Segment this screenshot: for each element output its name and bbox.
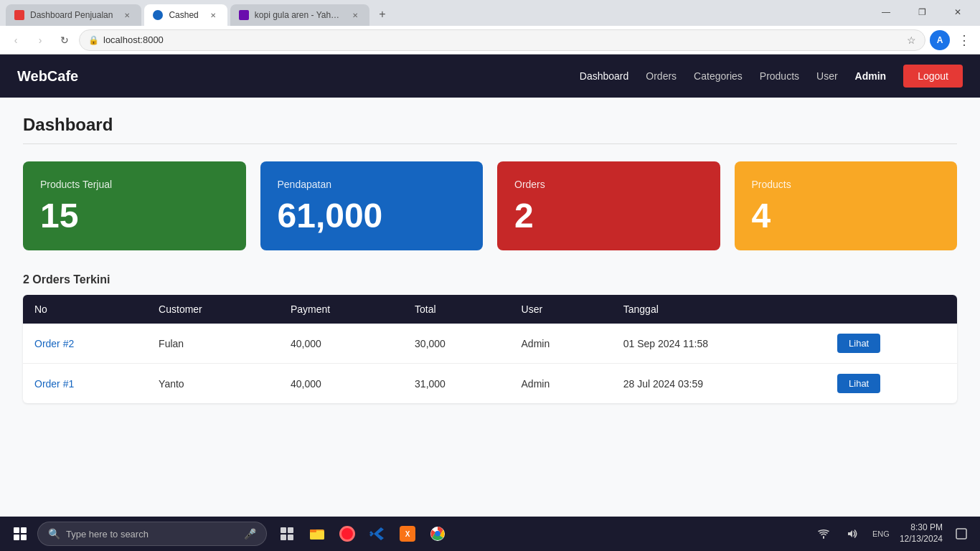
- volume-icon[interactable]: [839, 521, 865, 547]
- th-customer: Customer: [147, 295, 279, 324]
- taskview-button[interactable]: [273, 519, 301, 548]
- speaker-icon: [847, 528, 858, 540]
- stat-label-1: Pendapatan: [278, 179, 466, 190]
- language-text: ENG: [872, 529, 890, 538]
- logout-button[interactable]: Logout: [903, 65, 963, 88]
- stat-card-products-terjual: Products Terjual 15: [23, 161, 246, 250]
- chrome-icon: [430, 526, 446, 542]
- tab3-favicon: [239, 10, 249, 20]
- th-action: [826, 295, 957, 324]
- forward-button[interactable]: ›: [30, 30, 50, 50]
- vscode-icon: [369, 526, 385, 542]
- tab1-close[interactable]: ✕: [121, 9, 133, 21]
- taskview-icon: [280, 527, 294, 541]
- navbar: WebCafe Dashboard Orders Categories Prod…: [0, 55, 980, 98]
- close-button[interactable]: ✕: [941, 1, 974, 24]
- tab2-close[interactable]: ✕: [207, 9, 219, 21]
- stat-card-orders: Orders 2: [497, 161, 720, 250]
- tab3-title: kopi gula aren - Yahoo Image S: [255, 10, 341, 20]
- page-title: Dashboard: [23, 115, 957, 144]
- row1-total: 30,000: [403, 324, 509, 364]
- row2-tanggal: 28 Jul 2024 03:59: [612, 364, 826, 404]
- row1-user: Admin: [510, 324, 612, 364]
- date-display: 12/13/2024: [900, 534, 943, 545]
- row2-action: Lihat: [826, 364, 957, 404]
- row2-payment: 40,000: [279, 364, 403, 404]
- taskbar-right: ENG 8:30 PM 12/13/2024: [811, 521, 974, 547]
- stat-label-2: Orders: [514, 179, 703, 190]
- tab2-favicon: [153, 10, 163, 20]
- browser-toolbar: ‹ › ↻ 🔒 localhost:8000 ☆ A ⋮: [0, 26, 980, 55]
- opera-button[interactable]: [333, 519, 362, 548]
- order2-link[interactable]: Order #2: [34, 338, 74, 349]
- th-payment: Payment: [279, 295, 403, 324]
- nav-dashboard[interactable]: Dashboard: [580, 70, 629, 82]
- lihat-button-1[interactable]: Lihat: [837, 334, 880, 353]
- taskbar-search-bar[interactable]: 🔍 Type here to search 🎤: [37, 522, 267, 546]
- tab1-favicon: [14, 10, 24, 20]
- orders-table: No Customer Payment Total User Tanggal O…: [23, 295, 957, 403]
- th-no: No: [23, 295, 147, 324]
- microphone-icon[interactable]: 🎤: [244, 528, 256, 540]
- row2-total: 31,000: [403, 364, 509, 404]
- svg-rect-6: [310, 529, 316, 532]
- tab-dashboard-penjualan[interactable]: Dashboard Penjualan ✕: [6, 4, 141, 26]
- tab-cashed[interactable]: Cashed ✕: [144, 4, 227, 26]
- file-explorer-icon: [309, 527, 325, 541]
- new-tab-button[interactable]: +: [372, 4, 392, 24]
- nav-orders[interactable]: Orders: [646, 70, 677, 82]
- stat-value-3: 4: [752, 199, 941, 233]
- address-bar[interactable]: 🔒 localhost:8000 ☆: [79, 29, 925, 51]
- chrome-button[interactable]: [423, 519, 452, 548]
- xampp-icon: X: [400, 526, 415, 542]
- table-header-row: No Customer Payment Total User Tanggal: [23, 295, 957, 324]
- svg-rect-3: [288, 534, 293, 540]
- vscode-button[interactable]: [363, 519, 392, 548]
- nav-admin-label: Admin: [855, 70, 887, 82]
- row2-customer: Yanto: [147, 364, 279, 404]
- nav-user[interactable]: User: [816, 70, 838, 82]
- refresh-button[interactable]: ↻: [55, 30, 75, 50]
- minimize-button[interactable]: —: [870, 1, 903, 24]
- nav-products[interactable]: Products: [760, 70, 799, 82]
- bookmark-icon[interactable]: ☆: [907, 34, 916, 46]
- svg-rect-10: [956, 529, 966, 539]
- tab-yahoo[interactable]: kopi gula aren - Yahoo Image S ✕: [230, 4, 369, 26]
- start-button[interactable]: [6, 519, 34, 548]
- browser-chrome: Dashboard Penjualan ✕ Cashed ✕ kopi gula…: [0, 0, 980, 55]
- row1-customer: Fulan: [147, 324, 279, 364]
- main-content: Dashboard Products Terjual 15 Pendapatan…: [0, 98, 980, 420]
- navbar-links: Dashboard Orders Categories Products Use…: [580, 65, 963, 88]
- back-button[interactable]: ‹: [6, 30, 26, 50]
- row1-action: Lihat: [826, 324, 957, 364]
- browser-menu-button[interactable]: ⋮: [954, 30, 974, 50]
- opera-icon: [339, 526, 355, 542]
- language-indicator[interactable]: ENG: [868, 521, 894, 547]
- taskbar-clock[interactable]: 8:30 PM 12/13/2024: [900, 522, 943, 545]
- order1-link[interactable]: Order #1: [34, 378, 74, 390]
- browser-titlebar: Dashboard Penjualan ✕ Cashed ✕ kopi gula…: [0, 0, 980, 26]
- tab3-close[interactable]: ✕: [349, 9, 361, 21]
- maximize-button[interactable]: ❐: [905, 1, 938, 24]
- table-row: Order #2 Fulan 40,000 30,000 Admin 01 Se…: [23, 324, 957, 364]
- stat-label-0: Products Terjual: [40, 179, 229, 190]
- nav-categories[interactable]: Categories: [694, 70, 743, 82]
- svg-rect-0: [281, 527, 286, 533]
- th-total: Total: [403, 295, 509, 324]
- notification-center-button[interactable]: [948, 521, 974, 547]
- file-explorer-button[interactable]: [303, 519, 331, 548]
- row1-tanggal: 01 Sep 2024 11:58: [612, 324, 826, 364]
- stat-value-0: 15: [40, 199, 229, 233]
- stat-value-1: 61,000: [278, 199, 466, 233]
- url-text: localhost:8000: [103, 34, 164, 45]
- network-icon[interactable]: [811, 521, 837, 547]
- tab2-title: Cashed: [169, 10, 198, 20]
- time-display: 8:30 PM: [900, 522, 943, 534]
- search-placeholder-text: Type here to search: [66, 529, 149, 540]
- row2-user: Admin: [510, 364, 612, 404]
- profile-button[interactable]: A: [930, 30, 950, 50]
- notification-icon: [956, 528, 967, 540]
- xampp-button[interactable]: X: [393, 519, 422, 548]
- orders-section-title: 2 Orders Terkini: [23, 273, 957, 286]
- lihat-button-2[interactable]: Lihat: [837, 374, 880, 393]
